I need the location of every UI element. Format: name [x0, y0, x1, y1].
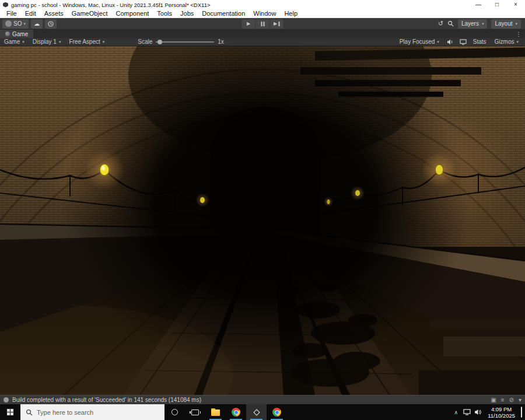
layout-label: Layout — [495, 20, 512, 27]
transport-controls: ▶ ▶ — [242, 19, 284, 29]
taskbar-clock[interactable]: 4:09 PM 11/10/2025 — [485, 406, 517, 419]
chevron-down-icon: ▾ — [437, 40, 439, 44]
hidden-icons-chevron-icon[interactable]: ∧ — [453, 410, 460, 415]
stats-button[interactable]: Stats — [470, 38, 489, 45]
game-viewport[interactable] — [0, 46, 525, 395]
clock-icon — [48, 21, 54, 27]
account-dropdown[interactable]: SO ▾ — [2, 19, 29, 29]
cloud-services-button[interactable]: ☁ — [31, 19, 43, 29]
play-focused-label: Play Focused — [400, 38, 435, 45]
tab-options-kebab-icon[interactable]: ⋮ — [512, 31, 525, 37]
display-dropdown[interactable]: Display 1 ▾ — [29, 38, 65, 46]
vsync-monitor-icon[interactable] — [457, 39, 469, 45]
menu-component[interactable]: Component — [111, 10, 153, 17]
step-icon: ▶ — [274, 21, 277, 26]
scale-slider[interactable] — [156, 39, 214, 45]
chrome-icon — [272, 408, 281, 416]
windows-logo-icon — [7, 409, 13, 415]
maximize-button[interactable]: □ — [488, 0, 506, 9]
chevron-down-icon: ▾ — [59, 40, 61, 44]
gizmos-label: Gizmos — [495, 38, 514, 45]
status-tray-collapse-icon[interactable]: ▾ — [519, 397, 522, 403]
action-center-button[interactable] — [521, 407, 522, 418]
gizmos-dropdown[interactable]: Gizmos ▾ — [491, 38, 523, 45]
tab-game[interactable]: Game — [0, 30, 33, 38]
minimize-button[interactable]: — — [469, 0, 488, 9]
search-icon[interactable] — [447, 20, 454, 27]
tray-volume-icon[interactable] — [474, 409, 482, 415]
layers-label: Layers — [461, 20, 479, 27]
menu-bar: File Edit Assets GameObject Component To… — [0, 9, 525, 18]
stats-label: Stats — [473, 38, 487, 45]
system-tray: ∧ 4:09 PM 11/10/2025 — [453, 404, 525, 420]
step-button[interactable]: ▶ — [270, 19, 284, 29]
task-view-button[interactable] — [185, 404, 205, 420]
toolbar-left-group: SO ▾ ☁ — [2, 19, 57, 29]
chrome-icon — [232, 408, 240, 416]
window-controls: — □ × — [469, 0, 525, 9]
menu-tools[interactable]: Tools — [153, 10, 176, 17]
search-input[interactable] — [37, 409, 148, 416]
scale-label: Scale — [138, 38, 152, 45]
status-message: Build completed with a result of 'Succee… — [12, 397, 201, 403]
notifications-muted-icon[interactable]: ⊘ — [509, 397, 514, 403]
account-label: SO — [13, 20, 22, 27]
taskbar-search[interactable] — [20, 404, 164, 420]
start-button[interactable] — [0, 404, 20, 420]
play-focused-dropdown[interactable]: Play Focused ▾ — [396, 38, 443, 45]
chrome-secondary-button[interactable] — [267, 404, 287, 420]
chevron-down-icon: ▾ — [515, 22, 517, 26]
unity-editor-window: gaming pc - school - Windows, Mac, Linux… — [0, 0, 525, 420]
unity-app-button[interactable] — [246, 404, 267, 420]
pause-button[interactable] — [256, 19, 270, 29]
scale-slider-knob[interactable] — [158, 40, 162, 44]
close-button[interactable]: × — [506, 0, 525, 9]
window-title: gaming pc - school - Windows, Mac, Linux… — [11, 2, 210, 8]
menu-documentation[interactable]: Documentation — [198, 10, 249, 17]
menu-assets[interactable]: Assets — [40, 10, 68, 17]
game-tab-bar: Game ⋮ — [0, 30, 525, 38]
menu-help[interactable]: Help — [280, 10, 302, 17]
view-mode-label: Game — [4, 38, 20, 45]
play-icon: ▶ — [247, 21, 250, 26]
aspect-ratio-dropdown[interactable]: Free Aspect ▾ — [65, 38, 108, 46]
file-explorer-icon — [211, 410, 220, 416]
menu-edit[interactable]: Edit — [21, 10, 40, 17]
version-control-button[interactable] — [45, 19, 57, 29]
undo-history-icon[interactable]: ↺ — [438, 20, 443, 27]
unity-logo-icon — [3, 2, 8, 8]
action-center-icon — [521, 407, 522, 418]
chevron-down-icon: ▾ — [23, 22, 26, 26]
title-bar: gaming pc - school - Windows, Mac, Linux… — [0, 0, 525, 9]
pause-icon — [261, 22, 262, 26]
chevron-down-icon: ▾ — [103, 40, 105, 44]
layers-dropdown[interactable]: Layers ▾ — [458, 19, 488, 29]
progress-grid-icon[interactable]: ▣ — [491, 397, 496, 403]
status-bar-icons: ▣ ≡ ⊘ ▾ — [491, 397, 522, 403]
status-bar: Build completed with a result of 'Succee… — [0, 395, 525, 404]
cortana-button[interactable] — [164, 404, 185, 420]
menu-window[interactable]: Window — [249, 10, 280, 17]
mute-audio-icon[interactable] — [444, 39, 456, 45]
console-list-icon[interactable]: ≡ — [501, 397, 505, 403]
display-label: Display 1 — [33, 38, 57, 45]
menu-gameobject[interactable]: GameObject — [68, 10, 112, 17]
chrome-button[interactable] — [226, 404, 246, 420]
menu-file[interactable]: File — [2, 10, 21, 17]
layout-dropdown[interactable]: Layout ▾ — [491, 19, 521, 29]
main-toolbar: SO ▾ ☁ ▶ ▶ ↺ Layers ▾ Lay — [0, 18, 525, 30]
cloud-icon: ☁ — [34, 20, 40, 27]
chevron-down-icon: ▾ — [482, 22, 484, 26]
scale-value: 1x — [218, 38, 224, 45]
file-explorer-button[interactable] — [205, 404, 226, 420]
view-mode-dropdown[interactable]: Game ▾ — [0, 38, 29, 46]
aspect-label: Free Aspect — [69, 38, 100, 45]
chevron-down-icon: ▾ — [22, 40, 24, 44]
play-button[interactable]: ▶ — [242, 19, 256, 29]
menu-jobs[interactable]: Jobs — [176, 10, 198, 17]
tray-display-icon[interactable] — [463, 409, 471, 415]
task-view-icon — [191, 410, 199, 415]
chevron-down-icon: ▾ — [516, 40, 519, 44]
clock-time: 4:09 PM — [491, 406, 512, 412]
toolbar-right-group: ↺ Layers ▾ Layout ▾ — [438, 19, 523, 29]
